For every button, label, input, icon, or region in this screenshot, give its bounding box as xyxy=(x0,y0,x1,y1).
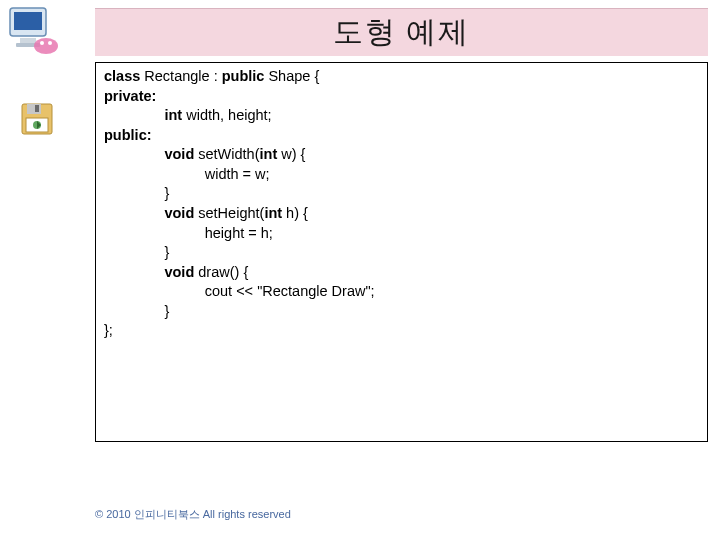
code-text: }; xyxy=(104,322,113,338)
svg-point-4 xyxy=(34,38,58,54)
code-text: } xyxy=(164,185,169,201)
floppy-disk-icon xyxy=(20,102,54,136)
code-text: } xyxy=(164,244,169,260)
code-text: "Rectangle Draw" xyxy=(257,283,370,299)
svg-point-6 xyxy=(48,41,52,45)
code-text: private: xyxy=(104,88,156,104)
code-text: setHeight( xyxy=(194,205,264,221)
code-text: void xyxy=(164,146,194,162)
code-text: draw() { xyxy=(194,264,248,280)
code-text: void xyxy=(164,264,194,280)
code-text: ; xyxy=(371,283,375,299)
code-block: class Rectangle : public Shape { private… xyxy=(95,62,708,442)
slide-title: 도형 예제 xyxy=(333,12,471,53)
code-text: public xyxy=(222,68,265,84)
code-text: width, height; xyxy=(182,107,271,123)
code-text: int xyxy=(260,146,278,162)
code-text: cout << xyxy=(205,283,257,299)
code-text: setWidth( xyxy=(194,146,259,162)
svg-point-5 xyxy=(40,41,44,45)
slide-title-band: 도형 예제 xyxy=(95,8,708,56)
code-text: h) { xyxy=(282,205,308,221)
svg-rect-9 xyxy=(35,105,39,112)
code-text: int xyxy=(264,205,282,221)
code-text: width = w; xyxy=(205,166,270,182)
code-text: } xyxy=(164,303,169,319)
computer-monitor-icon xyxy=(6,2,62,58)
footer-copyright: © 2010 인피니티북스 All rights reserved xyxy=(95,507,291,522)
code-text: height = h; xyxy=(205,225,273,241)
code-text: w) { xyxy=(277,146,305,162)
svg-rect-1 xyxy=(14,12,42,30)
code-text: Shape { xyxy=(264,68,319,84)
svg-rect-2 xyxy=(20,38,36,43)
code-text: void xyxy=(164,205,194,221)
code-text: int xyxy=(164,107,182,123)
code-text: public: xyxy=(104,127,152,143)
code-text: class xyxy=(104,68,140,84)
code-text: Rectangle : xyxy=(140,68,221,84)
